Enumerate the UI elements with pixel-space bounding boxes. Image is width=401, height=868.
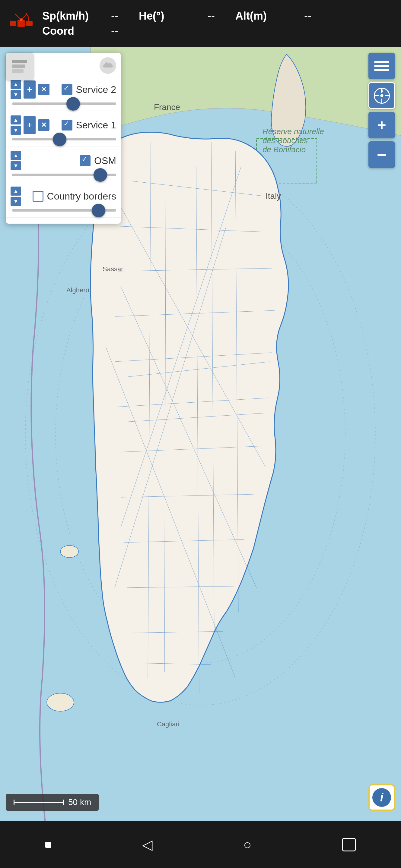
nav-back-button[interactable]: ◁: [142, 837, 153, 852]
layer-osm: ▲ ▼ OSM: [6, 147, 121, 182]
nav-dot-indicator: [45, 842, 51, 848]
menu-button[interactable]: [368, 53, 395, 79]
svg-text:Italy: Italy: [265, 191, 281, 201]
speed-label: Sp(km/h): [42, 10, 90, 22]
svg-point-36: [47, 693, 74, 711]
status-fields: Sp(km/h) -- He(°) -- Alt(m) -- Coord --: [42, 10, 392, 37]
layers-toggle-button[interactable]: [6, 53, 33, 80]
satellite-icon: [9, 11, 33, 36]
status-row-bottom: Coord --: [42, 25, 392, 37]
svg-text:Cagliari: Cagliari: [157, 720, 179, 728]
layer-country-borders: ▲ ▼ Country borders: [6, 182, 121, 218]
service1-add-button[interactable]: +: [24, 116, 36, 134]
osm-opacity-slider[interactable]: [12, 174, 116, 176]
info-icon: i: [372, 788, 391, 807]
zoom-out-button[interactable]: −: [368, 141, 395, 168]
svg-text:France: France: [154, 102, 180, 112]
service2-label: Service 2: [76, 84, 116, 95]
svg-point-53: [380, 94, 383, 97]
status-bar: Sp(km/h) -- He(°) -- Alt(m) -- Coord --: [0, 0, 401, 47]
coord-value: --: [103, 25, 127, 37]
scale-line-cap-right: [63, 800, 64, 805]
compass-button[interactable]: N: [368, 82, 395, 109]
altitude-label: Alt(m): [235, 10, 284, 22]
layer-service1: ▲ ▼ + ✕ Service 1: [6, 111, 121, 147]
info-button[interactable]: i: [368, 784, 395, 811]
svg-rect-47: [374, 69, 389, 71]
android-nav-bar: ◁ ○: [0, 821, 401, 868]
zoom-in-button[interactable]: +: [368, 112, 395, 138]
layer-service2: ▲ ▼ + ✕ Service 2: [6, 75, 121, 111]
service2-opacity-slider[interactable]: [12, 102, 116, 105]
svg-rect-1: [10, 21, 16, 26]
altitude-value: --: [296, 10, 320, 22]
coord-label: Coord: [42, 25, 90, 37]
country-borders-label: Country borders: [47, 191, 116, 202]
right-buttons-panel: N + −: [368, 53, 395, 168]
svg-rect-45: [374, 61, 389, 63]
svg-text:Sassari: Sassari: [103, 265, 124, 273]
service1-label: Service 1: [76, 120, 116, 131]
status-row-top: Sp(km/h) -- He(°) -- Alt(m) --: [42, 10, 392, 22]
service2-remove-button[interactable]: ✕: [38, 84, 50, 95]
scale-bar: 50 km: [6, 794, 99, 811]
service1-remove-button[interactable]: ✕: [38, 119, 50, 131]
service1-opacity-slider[interactable]: [12, 138, 116, 141]
svg-text:des Bouches: des Bouches: [262, 136, 308, 145]
layers-icon: [12, 60, 27, 73]
service1-up-button[interactable]: ▲: [10, 116, 21, 124]
service2-up-button[interactable]: ▲: [10, 80, 21, 89]
service1-checkbox[interactable]: [62, 120, 73, 130]
country-borders-opacity-slider[interactable]: [12, 209, 116, 212]
nav-home-button[interactable]: ○: [243, 837, 251, 852]
svg-text:de Bonifacio: de Bonifacio: [262, 145, 306, 154]
scale-label: 50 km: [68, 798, 91, 807]
svg-rect-46: [374, 65, 389, 67]
osm-label: OSM: [94, 155, 116, 166]
svg-text:Alghero: Alghero: [66, 286, 89, 294]
osm-up-button[interactable]: ▲: [10, 151, 21, 160]
service2-checkbox[interactable]: [62, 84, 73, 95]
speed-value: --: [103, 10, 127, 22]
svg-text:N: N: [380, 89, 382, 93]
svg-text:Réserve naturelle: Réserve naturelle: [262, 127, 324, 136]
cloud-button[interactable]: [99, 57, 116, 74]
heading-value: --: [199, 10, 223, 22]
osm-checkbox[interactable]: [80, 155, 90, 166]
country-borders-up-button[interactable]: ▲: [10, 187, 21, 195]
scale-line-top: [15, 802, 63, 803]
service2-add-button[interactable]: +: [24, 81, 36, 98]
svg-point-5: [20, 19, 23, 22]
svg-point-35: [60, 546, 79, 558]
nav-recents-button[interactable]: [342, 838, 356, 851]
country-borders-checkbox[interactable]: [33, 191, 44, 202]
heading-label: He(°): [139, 10, 187, 22]
